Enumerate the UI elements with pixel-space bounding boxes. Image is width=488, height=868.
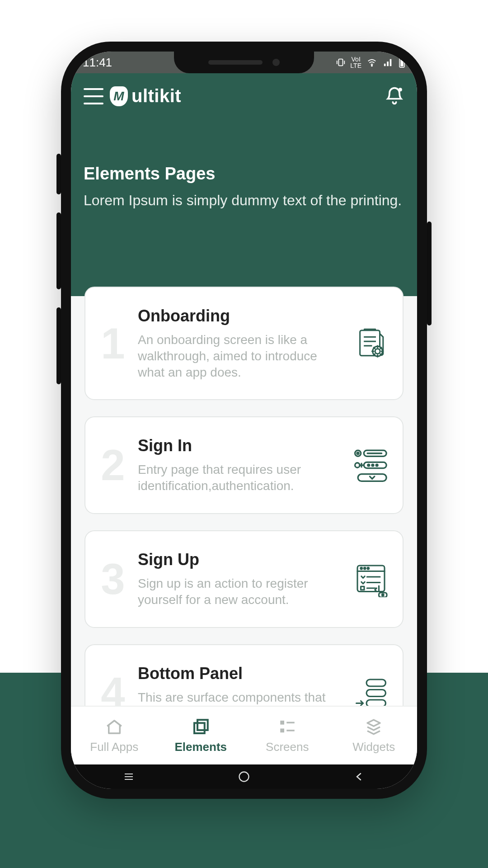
svg-point-22 [372,464,374,466]
android-back-button[interactable] [350,769,368,784]
svg-rect-37 [366,689,386,696]
cards-list: 1 Onboarding An onboarding screen is lik… [71,287,417,730]
nav-widgets[interactable]: Widgets [331,707,418,764]
home-icon [104,717,124,736]
top-bar: M ultikit [71,82,417,111]
nav-label: Elements [174,740,227,754]
card-number: 2 [96,443,130,487]
brand-logo-icon: M [110,86,128,106]
brand-name: ultikit [131,86,181,106]
svg-rect-4 [390,59,392,66]
card-description: Entry page that requires user identifica… [138,462,344,494]
card-title: Sign Up [138,550,344,569]
bell-icon [385,86,404,106]
card-description: Sign up is an action to register yoursel… [138,576,344,608]
android-recent-button[interactable] [120,769,138,784]
vibrate-icon [336,57,346,67]
notifications-button[interactable] [385,86,404,106]
svg-rect-7 [400,59,404,66]
phone-side-button [56,307,61,384]
signal-icon [382,57,394,67]
svg-point-35 [382,594,384,596]
android-nav-bar [71,764,417,789]
stage: 11:41 VoILTE M [0,0,488,868]
svg-point-21 [368,464,370,466]
svg-rect-40 [197,720,208,730]
card-number: 1 [96,322,130,365]
phone-side-button [56,154,61,194]
svg-rect-24 [358,474,386,481]
svg-point-1 [371,65,372,66]
page-subtitle: Lorem Ipsum is simply dummy text of the … [84,191,404,210]
status-time: 11:41 [83,56,112,70]
wifi-icon [366,57,378,67]
svg-rect-44 [286,730,295,731]
widgets-icon [364,717,384,736]
phone-frame: 11:41 VoILTE M [61,42,427,799]
phone-side-button [56,212,61,289]
svg-point-48 [239,772,249,782]
bottom-nav: Full Apps Elements Screens Widgets [71,706,417,764]
card-title: Onboarding [138,307,344,326]
card-title: Sign In [138,436,344,455]
svg-rect-3 [387,61,389,66]
card-number: 3 [96,557,130,601]
page-title: Elements Pages [84,164,404,184]
phone-screen: 11:41 VoILTE M [71,52,417,789]
battery-icon [399,57,405,68]
svg-rect-39 [194,723,205,733]
card-signin[interactable]: 2 Sign In Entry page that requires user … [84,416,404,514]
svg-point-29 [367,567,369,569]
volte-icon: VoILTE [350,56,361,69]
onboarding-icon [352,325,390,363]
svg-point-23 [376,464,378,466]
nav-label: Full Apps [90,740,138,754]
phone-side-button [427,222,432,326]
svg-rect-43 [280,728,284,732]
nav-full-apps[interactable]: Full Apps [71,707,158,764]
card-onboarding[interactable]: 1 Onboarding An onboarding screen is lik… [84,287,404,400]
signin-icon [352,446,390,484]
android-home-button[interactable] [235,769,253,784]
page-intro: Elements Pages Lorem Ipsum is simply dum… [71,111,417,296]
svg-rect-42 [286,722,295,723]
screens-icon [277,717,297,736]
elements-icon [191,717,211,736]
card-description: An onboarding screen is like a walkthrou… [138,332,344,380]
menu-button[interactable] [84,88,103,104]
svg-point-8 [399,88,402,91]
svg-point-27 [361,567,362,569]
phone-notch [174,52,314,73]
card-signup[interactable]: 3 Sign Up Sign up is an action to regist… [84,530,404,628]
nav-label: Widgets [352,740,395,754]
signup-icon [352,560,390,598]
svg-point-15 [355,451,361,457]
brand-logo-letter: M [113,89,124,104]
nav-label: Screens [266,740,309,754]
svg-rect-36 [366,679,386,686]
svg-point-16 [357,453,359,454]
svg-rect-0 [339,59,343,66]
app-header: M ultikit Elements Pages Lorem I [71,73,417,296]
svg-point-28 [364,567,366,569]
nav-screens[interactable]: Screens [244,707,331,764]
brand: M ultikit [110,86,385,106]
svg-rect-41 [280,721,284,725]
card-title: Bottom Panel [138,664,344,683]
svg-rect-2 [384,64,386,66]
nav-elements[interactable]: Elements [158,707,244,764]
svg-rect-32 [361,586,365,590]
status-indicators: VoILTE [336,56,405,69]
svg-rect-5 [401,57,403,58]
